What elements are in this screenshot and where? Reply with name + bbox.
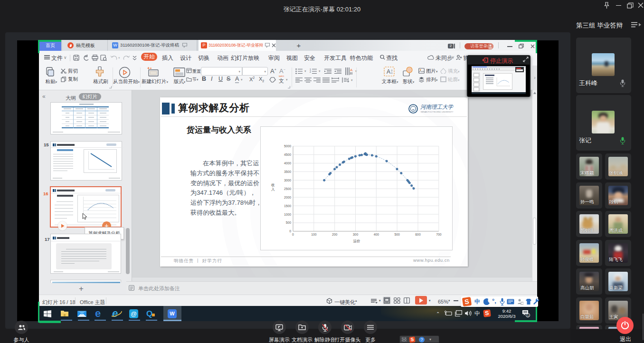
svg-text:1500: 1500 (284, 204, 291, 208)
svg-text:收: 收 (271, 183, 275, 187)
svg-text:200: 200 (332, 233, 338, 236)
svg-text:2500: 2500 (284, 187, 291, 191)
svg-text:600: 600 (415, 233, 421, 236)
svg-text:100: 100 (311, 233, 317, 236)
svg-text:0: 0 (289, 229, 291, 233)
svg-text:400: 400 (374, 233, 379, 236)
svg-text:A: A (387, 68, 390, 75)
svg-text:2000: 2000 (284, 196, 291, 199)
svg-text:入: 入 (271, 187, 275, 191)
svg-text:1: 1 (527, 314, 529, 317)
svg-text:5000: 5000 (284, 144, 291, 148)
svg-text:3500: 3500 (284, 170, 291, 173)
svg-text:1000: 1000 (284, 213, 291, 216)
svg-text:3000: 3000 (284, 179, 291, 182)
svg-text:2: 2 (310, 70, 311, 73)
svg-text:A: A (350, 68, 353, 72)
svg-text:500: 500 (394, 233, 400, 236)
svg-text:0: 0 (292, 233, 294, 236)
svg-text:⑉: ⑉ (412, 107, 415, 111)
svg-text:500: 500 (286, 221, 292, 224)
svg-text:300: 300 (353, 233, 359, 236)
svg-text:运价: 运价 (353, 239, 361, 243)
svg-text:4000: 4000 (284, 162, 291, 165)
svg-text:700: 700 (436, 233, 442, 236)
svg-text:4500: 4500 (284, 153, 291, 156)
